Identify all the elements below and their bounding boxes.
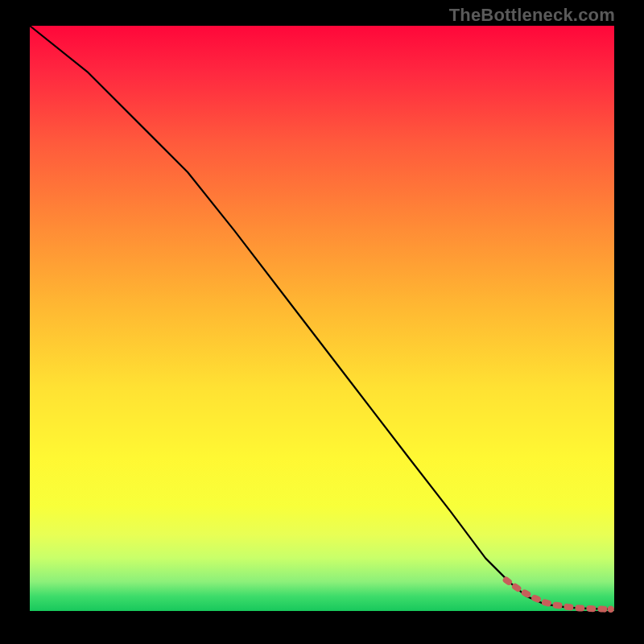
watermark-text: TheBottleneck.com [449, 5, 615, 26]
marker-end-dot [608, 606, 614, 613]
marker-dash-line [506, 580, 609, 609]
plot-area [30, 26, 614, 611]
bottleneck-curve [30, 26, 614, 609]
marker-group [506, 580, 614, 613]
chart-svg [30, 26, 614, 611]
chart-frame: TheBottleneck.com [0, 0, 644, 644]
